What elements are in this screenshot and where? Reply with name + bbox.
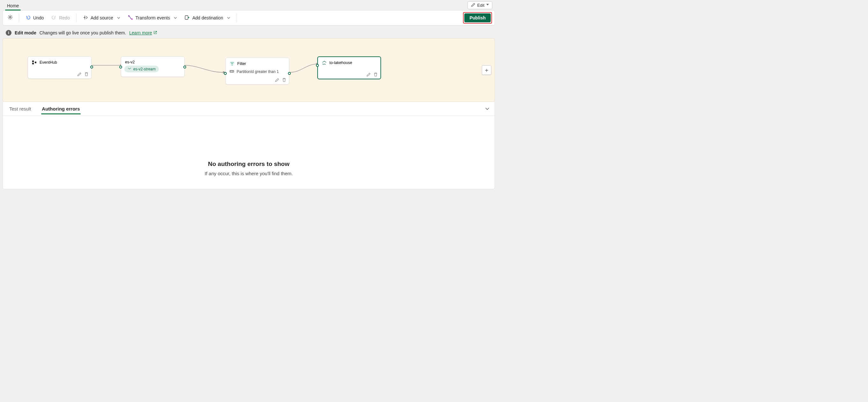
svg-point-1 <box>131 19 133 20</box>
lakehouse-icon <box>322 60 327 65</box>
input-port[interactable] <box>119 66 122 68</box>
edit-button[interactable]: Edit <box>467 1 492 9</box>
filter-condition-row: PartitionId greater than 1 <box>229 68 286 79</box>
ribbon-tabs-left: Home <box>5 0 21 10</box>
edge-filter-dest <box>288 60 320 73</box>
redo-icon <box>51 15 57 21</box>
stream-icon <box>128 67 131 71</box>
input-port[interactable] <box>224 72 227 75</box>
chevron-down-icon <box>485 106 490 111</box>
separator <box>76 13 76 22</box>
info-icon: i <box>6 30 11 36</box>
collapse-panel-button[interactable] <box>485 106 490 112</box>
chevron-down-icon <box>174 17 177 19</box>
empty-state: No authoring errors to show If any occur… <box>3 116 495 189</box>
empty-subtext: If any occur, this is where you'll find … <box>9 171 488 176</box>
canvas[interactable]: EventHub es-v2 es-v2-stream <box>3 38 495 102</box>
separator <box>237 13 237 22</box>
edit-node-icon[interactable] <box>366 72 371 77</box>
chevron-down-icon <box>117 17 120 19</box>
node-destination-title: to-lakehouse <box>330 61 352 65</box>
info-title: Edit mode <box>15 30 36 35</box>
node-source[interactable]: EventHub <box>28 56 92 79</box>
tab-authoring-errors-label: Authoring errors <box>42 106 80 111</box>
add-source-icon <box>83 15 88 21</box>
learn-more-link[interactable]: Learn more <box>129 30 157 35</box>
filter-condition-text: PartitionId greater than 1 <box>237 69 279 74</box>
add-source-label: Add source <box>91 15 113 21</box>
node-filter-title: Filter <box>237 62 246 66</box>
tab-home[interactable]: Home <box>5 2 21 10</box>
transform-events-button[interactable]: Transform events <box>125 14 180 22</box>
gear-icon <box>7 14 13 21</box>
svg-rect-10 <box>230 70 234 72</box>
toolbar: Undo Redo Add source Transform events Ad… <box>3 10 495 26</box>
learn-more-label: Learn more <box>129 30 152 35</box>
add-destination-button[interactable]: Add destination <box>181 14 234 22</box>
tab-home-label: Home <box>7 3 19 8</box>
chevron-down-icon <box>227 17 230 19</box>
svg-point-0 <box>9 16 11 18</box>
node-source-title: EventHub <box>39 60 57 65</box>
node-filter-actions <box>275 78 286 82</box>
stream-chip-label: es-v2-stream <box>133 67 156 71</box>
empty-heading: No authoring errors to show <box>9 161 488 168</box>
output-port[interactable] <box>90 66 93 68</box>
add-destination-icon <box>185 15 190 21</box>
node-destination[interactable]: to-lakehouse <box>317 56 381 79</box>
caret-down-icon <box>486 4 489 6</box>
svg-rect-8 <box>32 63 34 64</box>
info-bar: i Edit mode Changes will go live once yo… <box>3 28 495 38</box>
output-port[interactable] <box>288 72 291 75</box>
edit-node-icon[interactable] <box>77 72 82 76</box>
transform-label: Transform events <box>135 15 170 21</box>
add-node-button[interactable]: ＋ <box>482 65 491 75</box>
publish-button[interactable]: Publish <box>464 13 491 22</box>
plus-icon: ＋ <box>484 66 490 74</box>
bottom-panel: Test result Authoring errors No authorin… <box>3 102 495 189</box>
separator <box>19 13 19 22</box>
svg-rect-3 <box>185 15 188 20</box>
node-source-head: EventHub <box>31 59 88 67</box>
svg-rect-7 <box>32 61 34 62</box>
undo-icon <box>26 15 31 21</box>
node-stream[interactable]: es-v2 es-v2-stream <box>121 56 185 77</box>
node-source-actions <box>77 72 89 76</box>
tab-test-result-label: Test result <box>9 106 31 111</box>
delete-node-icon[interactable] <box>373 72 378 77</box>
undo-button[interactable]: Undo <box>22 14 47 22</box>
undo-label: Undo <box>33 15 44 21</box>
redo-label: Redo <box>59 15 69 21</box>
node-filter-head: Filter <box>229 61 286 68</box>
redo-button[interactable]: Redo <box>48 14 73 22</box>
add-destination-label: Add destination <box>192 15 223 21</box>
edit-node-icon[interactable] <box>275 78 279 82</box>
node-stream-head: es-v2 <box>124 59 181 65</box>
filter-icon <box>229 61 235 66</box>
delete-node-icon[interactable] <box>282 78 286 82</box>
stream-chip[interactable]: es-v2-stream <box>124 66 159 72</box>
info-message: Changes will go live once you publish th… <box>39 30 126 35</box>
condition-icon <box>229 69 234 74</box>
pencil-icon <box>471 3 475 8</box>
eventhub-icon <box>32 60 37 65</box>
node-destination-actions <box>366 72 378 77</box>
add-source-button[interactable]: Add source <box>80 14 123 22</box>
svg-point-2 <box>128 15 129 16</box>
delete-node-icon[interactable] <box>84 72 89 76</box>
node-destination-head: to-lakehouse <box>321 60 377 67</box>
settings-button[interactable] <box>5 12 16 23</box>
tab-authoring-errors[interactable]: Authoring errors <box>41 103 80 114</box>
edit-button-label: Edit <box>477 3 485 8</box>
bottom-tabs: Test result Authoring errors <box>3 102 495 116</box>
svg-rect-9 <box>35 62 36 63</box>
input-port[interactable] <box>316 64 319 67</box>
node-stream-title: es-v2 <box>125 60 135 64</box>
tab-test-result[interactable]: Test result <box>9 103 32 114</box>
node-filter[interactable]: Filter PartitionId greater than 1 <box>225 58 289 85</box>
transform-icon <box>128 15 133 21</box>
publish-highlight: Publish <box>463 12 492 24</box>
edge-stream-filter <box>183 60 228 73</box>
output-port[interactable] <box>183 66 186 68</box>
open-external-icon <box>153 30 157 35</box>
